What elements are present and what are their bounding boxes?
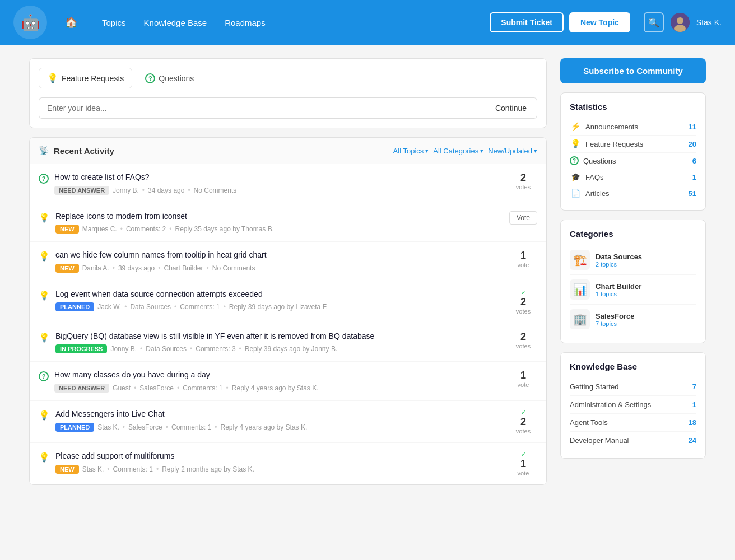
stats-label: Announcements [585, 123, 684, 131]
stats-item[interactable]: 💡Feature Requests20 [570, 136, 696, 153]
topic-item: 💡 Add Messengers into Live Chat PlannedS… [30, 401, 546, 443]
tabs-card: 💡 Feature Requests ? Questions Continue [29, 58, 547, 128]
author: Guest [113, 384, 131, 392]
category-topics: 1 topics [596, 291, 641, 297]
topic-title[interactable]: Please add support of multiforums [55, 451, 504, 462]
bulb-icon: 💡 [39, 452, 50, 462]
stats-label: Questions [583, 157, 688, 165]
bulb-icon: 💡 [39, 251, 50, 261]
subscribe-button[interactable]: Subscribe to Community [560, 58, 706, 83]
kb-count: 1 [692, 400, 696, 409]
author: Danila A. [82, 264, 109, 272]
kb-item[interactable]: Developer Manual24 [570, 432, 696, 449]
svg-text:🤖: 🤖 [21, 13, 40, 32]
vote-count: 1 [509, 458, 537, 470]
status-badge: New [55, 264, 79, 273]
topic-body: can we hide few column names from toolti… [55, 250, 504, 273]
kb-item[interactable]: Administration & Settings1 [570, 396, 696, 414]
stats-count: 20 [689, 140, 696, 148]
home-icon[interactable]: 🏠 [61, 12, 82, 33]
category: SalesForce [128, 423, 162, 431]
comments: Comments: 1 [113, 465, 153, 473]
category-info: SalesForce 7 topics [596, 312, 634, 327]
comments: Comments: 1 [171, 423, 211, 431]
question-icon: ? [145, 73, 155, 83]
stats-label: FAQs [585, 173, 688, 181]
time: 39 days ago [118, 264, 155, 272]
filter-all-topics[interactable]: All Topics [393, 147, 429, 155]
topic-item: 💡 Please add support of multiforums NewS… [30, 443, 546, 484]
kb-item[interactable]: Agent Tools18 [570, 414, 696, 432]
topic-title[interactable]: can we hide few column names from toolti… [55, 250, 504, 261]
filter-all-categories[interactable]: All Categories [433, 147, 483, 155]
topic-title[interactable]: BigQuery (BQ) database view is still vis… [55, 331, 504, 342]
category-item[interactable]: 🏗️ Data Sources 2 topics [570, 245, 696, 275]
topic-body: How to create list of FAQs? Need AnswerJ… [54, 172, 504, 195]
status-badge: New [55, 225, 79, 234]
sidebar: Subscribe to Community Statistics ⚡Annou… [560, 58, 706, 485]
author: Jonny B. [110, 345, 137, 353]
topic-title[interactable]: Log event when data source connection at… [55, 289, 504, 300]
bulb-icon: 💡 [39, 333, 50, 342]
topic-title[interactable]: Replace icons to modern from iconset [55, 211, 504, 222]
tab-feature-requests[interactable]: 💡 Feature Requests [39, 68, 132, 88]
kb-label: Developer Manual [570, 436, 629, 445]
kb-count: 18 [689, 418, 696, 427]
status-badge: Planned [55, 423, 94, 432]
tab-questions[interactable]: ? Questions [137, 68, 202, 88]
topic-body: BigQuery (BQ) database view is still vis… [55, 331, 504, 354]
category-info: Chart Builder 1 topics [596, 282, 641, 297]
category-item[interactable]: 🏢 SalesForce 7 topics [570, 305, 696, 334]
vote-count: 2 [509, 172, 537, 184]
kb-count: 24 [689, 436, 696, 445]
statistics-card: Statistics ⚡Announcements11💡Feature Requ… [560, 92, 706, 211]
topic-title[interactable]: How many classes do you have during a da… [54, 370, 504, 381]
activity-title: 📡 Recent Activity [39, 146, 114, 156]
activity-filters: All Topics All Categories New/Updated [393, 147, 537, 155]
vote-button[interactable]: Vote [509, 211, 537, 225]
kb-item[interactable]: Getting Started7 [570, 378, 696, 396]
nav-topics[interactable]: Topics [95, 13, 133, 32]
vote-count: 2 [509, 416, 537, 428]
topic-title[interactable]: How to create list of FAQs? [54, 172, 504, 183]
kb-label: Getting Started [570, 382, 618, 391]
stats-item[interactable]: 🎓FAQs1 [570, 169, 696, 185]
activity-header: 📡 Recent Activity All Topics All Categor… [30, 138, 546, 164]
question-icon: ? [39, 174, 49, 184]
idea-input[interactable] [39, 97, 485, 119]
main-container: 💡 Feature Requests ? Questions Continue … [20, 45, 715, 498]
topic-item: 💡 Log event when data source connection … [30, 281, 546, 323]
vote-count: 2 [509, 331, 537, 343]
topic-item: ? How many classes do you have during a … [30, 362, 546, 401]
topic-title[interactable]: Add Messengers into Live Chat [55, 409, 504, 420]
category-topics: 7 topics [596, 320, 634, 327]
bolt-icon: ⚡ [570, 122, 581, 132]
votes-label: vote [509, 381, 537, 388]
votes-label: vote [509, 470, 537, 477]
search-button[interactable]: 🔍 [644, 12, 664, 32]
status-badge: Need Answer [54, 384, 109, 393]
status-badge: Planned [55, 302, 94, 311]
vote-area: 1vote [509, 250, 537, 268]
new-topic-button[interactable]: New Topic [569, 12, 630, 32]
logo[interactable]: 🤖 [13, 6, 47, 39]
category-info: Data Sources 2 topics [596, 253, 642, 268]
bulb-icon: 💡 [47, 73, 58, 83]
vote-count: 1 [509, 370, 537, 381]
stats-item[interactable]: ?Questions6 [570, 153, 696, 169]
avatar[interactable] [671, 13, 690, 32]
category-item[interactable]: 📊 Chart Builder 1 topics [570, 275, 696, 305]
continue-button[interactable]: Continue [485, 97, 537, 119]
stats-count: 11 [689, 123, 696, 131]
nav-knowledge-base[interactable]: Knowledge Base [137, 13, 214, 32]
submit-ticket-button[interactable]: Submit Ticket [490, 12, 564, 32]
antenna-icon: 📡 [39, 146, 49, 156]
filter-new-updated[interactable]: New/Updated [488, 147, 537, 155]
stats-item[interactable]: 📄Articles51 [570, 185, 696, 201]
nav-roadmaps[interactable]: Roadmaps [218, 13, 272, 32]
topic-icon: 💡 [39, 332, 50, 343]
topic-icon: 💡 [39, 452, 50, 463]
topic-meta: PlannedJack W.•Data Sources•Comments: 1•… [55, 302, 504, 311]
stats-item[interactable]: ⚡Announcements11 [570, 118, 696, 136]
reply-info: Reply 2 months ago by Stas K. [162, 465, 254, 473]
